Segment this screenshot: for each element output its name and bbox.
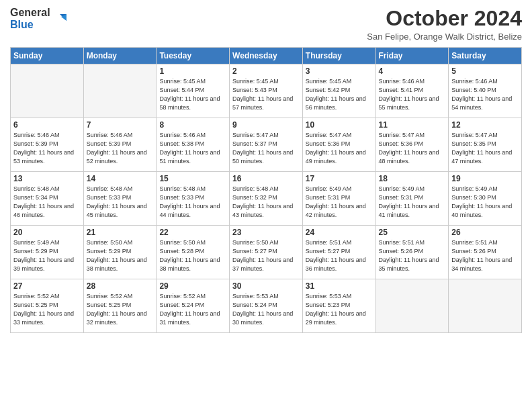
day-number: 15 xyxy=(159,174,226,183)
col-header-thursday: Thursday xyxy=(302,48,375,64)
day-number: 8 xyxy=(159,120,226,130)
day-info: Sunrise: 5:46 AM Sunset: 5:38 PM Dayligh… xyxy=(159,131,226,166)
week-row-3: 13Sunrise: 5:48 AM Sunset: 5:34 PM Dayli… xyxy=(11,172,522,226)
day-cell: 23Sunrise: 5:50 AM Sunset: 5:27 PM Dayli… xyxy=(230,226,303,279)
day-number: 31 xyxy=(306,281,373,291)
day-number: 12 xyxy=(451,120,519,130)
day-cell: 2Sunrise: 5:45 AM Sunset: 5:43 PM Daylig… xyxy=(230,64,303,118)
day-info: Sunrise: 5:50 AM Sunset: 5:27 PM Dayligh… xyxy=(232,238,300,273)
day-info: Sunrise: 5:48 AM Sunset: 5:32 PM Dayligh… xyxy=(232,185,300,220)
day-number: 6 xyxy=(13,120,81,130)
day-number: 26 xyxy=(451,228,519,237)
day-info: Sunrise: 5:50 AM Sunset: 5:29 PM Dayligh… xyxy=(87,238,154,273)
day-info: Sunrise: 5:45 AM Sunset: 5:43 PM Dayligh… xyxy=(232,77,300,112)
day-cell: 5Sunrise: 5:46 AM Sunset: 5:40 PM Daylig… xyxy=(449,64,522,118)
day-number: 1 xyxy=(159,66,226,76)
day-cell: 16Sunrise: 5:48 AM Sunset: 5:32 PM Dayli… xyxy=(230,172,303,226)
week-row-2: 6Sunrise: 5:46 AM Sunset: 5:39 PM Daylig… xyxy=(11,118,522,172)
day-cell: 19Sunrise: 5:49 AM Sunset: 5:30 PM Dayli… xyxy=(449,172,522,226)
day-cell: 11Sunrise: 5:47 AM Sunset: 5:36 PM Dayli… xyxy=(375,118,449,172)
col-header-monday: Monday xyxy=(83,48,157,64)
day-cell xyxy=(375,279,449,333)
subtitle: San Felipe, Orange Walk District, Belize xyxy=(367,32,522,42)
day-info: Sunrise: 5:49 AM Sunset: 5:31 PM Dayligh… xyxy=(306,185,373,220)
day-number: 2 xyxy=(232,66,300,76)
day-cell: 6Sunrise: 5:46 AM Sunset: 5:39 PM Daylig… xyxy=(11,118,84,172)
day-number: 28 xyxy=(87,281,154,291)
day-info: Sunrise: 5:47 AM Sunset: 5:36 PM Dayligh… xyxy=(379,131,446,166)
day-cell: 9Sunrise: 5:47 AM Sunset: 5:37 PM Daylig… xyxy=(230,118,303,172)
week-row-5: 27Sunrise: 5:52 AM Sunset: 5:25 PM Dayli… xyxy=(11,279,522,333)
logo-line2: Blue xyxy=(10,19,50,31)
day-number: 11 xyxy=(379,120,446,130)
day-cell: 28Sunrise: 5:52 AM Sunset: 5:25 PM Dayli… xyxy=(83,279,157,333)
day-info: Sunrise: 5:49 AM Sunset: 5:31 PM Dayligh… xyxy=(379,185,446,220)
day-number: 17 xyxy=(306,174,373,183)
day-number: 13 xyxy=(13,174,81,183)
day-cell: 25Sunrise: 5:51 AM Sunset: 5:26 PM Dayli… xyxy=(375,226,449,279)
day-info: Sunrise: 5:53 AM Sunset: 5:24 PM Dayligh… xyxy=(232,292,300,327)
day-cell: 27Sunrise: 5:52 AM Sunset: 5:25 PM Dayli… xyxy=(11,279,84,333)
col-header-saturday: Saturday xyxy=(449,48,522,64)
day-info: Sunrise: 5:47 AM Sunset: 5:35 PM Dayligh… xyxy=(451,131,519,166)
day-cell: 10Sunrise: 5:47 AM Sunset: 5:36 PM Dayli… xyxy=(302,118,375,172)
day-info: Sunrise: 5:49 AM Sunset: 5:30 PM Dayligh… xyxy=(451,185,519,220)
day-info: Sunrise: 5:46 AM Sunset: 5:40 PM Dayligh… xyxy=(451,77,519,112)
day-cell: 24Sunrise: 5:51 AM Sunset: 5:27 PM Dayli… xyxy=(302,226,375,279)
col-header-tuesday: Tuesday xyxy=(157,48,230,64)
day-cell: 15Sunrise: 5:48 AM Sunset: 5:33 PM Dayli… xyxy=(157,172,230,226)
page: General Blue October 2024 San Felipe, Or… xyxy=(0,0,532,411)
logo-bird-icon xyxy=(52,11,66,26)
day-cell: 30Sunrise: 5:53 AM Sunset: 5:24 PM Dayli… xyxy=(230,279,303,333)
day-cell xyxy=(83,64,157,118)
header-row: SundayMondayTuesdayWednesdayThursdayFrid… xyxy=(11,48,522,64)
week-row-1: 1Sunrise: 5:45 AM Sunset: 5:44 PM Daylig… xyxy=(11,64,522,118)
col-header-sunday: Sunday xyxy=(11,48,84,64)
day-number: 22 xyxy=(159,228,226,237)
header: General Blue October 2024 San Felipe, Or… xyxy=(10,7,522,42)
day-number: 16 xyxy=(232,174,300,183)
day-info: Sunrise: 5:49 AM Sunset: 5:29 PM Dayligh… xyxy=(13,238,81,273)
day-info: Sunrise: 5:51 AM Sunset: 5:27 PM Dayligh… xyxy=(306,238,373,273)
month-title: October 2024 xyxy=(367,7,522,30)
day-number: 21 xyxy=(87,228,154,237)
day-info: Sunrise: 5:45 AM Sunset: 5:44 PM Dayligh… xyxy=(159,77,226,112)
day-info: Sunrise: 5:47 AM Sunset: 5:36 PM Dayligh… xyxy=(306,131,373,166)
day-cell: 29Sunrise: 5:52 AM Sunset: 5:24 PM Dayli… xyxy=(157,279,230,333)
day-cell: 8Sunrise: 5:46 AM Sunset: 5:38 PM Daylig… xyxy=(157,118,230,172)
day-number: 7 xyxy=(87,120,154,130)
day-info: Sunrise: 5:45 AM Sunset: 5:42 PM Dayligh… xyxy=(306,77,373,112)
day-number: 4 xyxy=(379,66,446,76)
day-cell: 31Sunrise: 5:53 AM Sunset: 5:23 PM Dayli… xyxy=(302,279,375,333)
logo: General Blue xyxy=(10,7,66,30)
day-info: Sunrise: 5:52 AM Sunset: 5:25 PM Dayligh… xyxy=(13,292,81,327)
day-info: Sunrise: 5:52 AM Sunset: 5:25 PM Dayligh… xyxy=(87,292,154,327)
day-info: Sunrise: 5:52 AM Sunset: 5:24 PM Dayligh… xyxy=(159,292,226,327)
day-number: 9 xyxy=(232,120,300,130)
day-cell: 17Sunrise: 5:49 AM Sunset: 5:31 PM Dayli… xyxy=(302,172,375,226)
day-info: Sunrise: 5:46 AM Sunset: 5:39 PM Dayligh… xyxy=(13,131,81,166)
day-cell: 26Sunrise: 5:51 AM Sunset: 5:26 PM Dayli… xyxy=(449,226,522,279)
day-number: 10 xyxy=(306,120,373,130)
day-cell: 22Sunrise: 5:50 AM Sunset: 5:28 PM Dayli… xyxy=(157,226,230,279)
day-info: Sunrise: 5:50 AM Sunset: 5:28 PM Dayligh… xyxy=(159,238,226,273)
day-number: 27 xyxy=(13,281,81,291)
day-cell: 3Sunrise: 5:45 AM Sunset: 5:42 PM Daylig… xyxy=(302,64,375,118)
day-number: 23 xyxy=(232,228,300,237)
day-number: 29 xyxy=(159,281,226,291)
day-number: 20 xyxy=(13,228,81,237)
day-number: 25 xyxy=(379,228,446,237)
day-number: 18 xyxy=(379,174,446,183)
day-cell: 13Sunrise: 5:48 AM Sunset: 5:34 PM Dayli… xyxy=(11,172,84,226)
title-block: October 2024 San Felipe, Orange Walk Dis… xyxy=(367,7,522,42)
day-info: Sunrise: 5:53 AM Sunset: 5:23 PM Dayligh… xyxy=(306,292,373,327)
day-cell: 7Sunrise: 5:46 AM Sunset: 5:39 PM Daylig… xyxy=(83,118,157,172)
day-cell: 12Sunrise: 5:47 AM Sunset: 5:35 PM Dayli… xyxy=(449,118,522,172)
day-number: 14 xyxy=(87,174,154,183)
day-cell xyxy=(11,64,84,118)
logo-line1: General xyxy=(10,7,50,19)
day-cell: 14Sunrise: 5:48 AM Sunset: 5:33 PM Dayli… xyxy=(83,172,157,226)
day-number: 30 xyxy=(232,281,300,291)
week-row-4: 20Sunrise: 5:49 AM Sunset: 5:29 PM Dayli… xyxy=(11,226,522,279)
day-info: Sunrise: 5:47 AM Sunset: 5:37 PM Dayligh… xyxy=(232,131,300,166)
